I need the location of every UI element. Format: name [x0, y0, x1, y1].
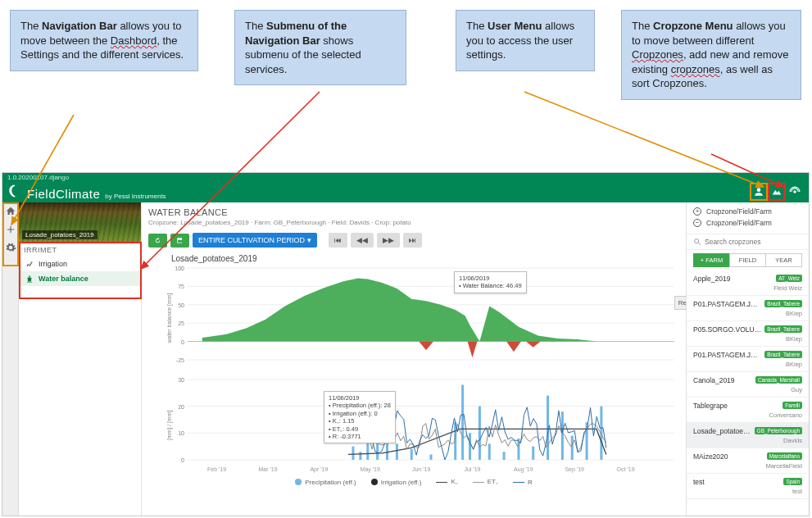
- skip-back-icon: ⏮: [334, 236, 342, 244]
- header-extra-button[interactable]: [786, 183, 804, 201]
- nav-prev-button[interactable]: ◀◀: [351, 233, 374, 248]
- svg-rect-40: [488, 443, 491, 460]
- cropzone-search-input[interactable]: [705, 238, 802, 246]
- svg-rect-45: [561, 411, 564, 460]
- svg-text:May '19: May '19: [361, 466, 380, 473]
- svg-rect-33: [396, 443, 398, 460]
- svg-point-4: [793, 190, 796, 193]
- cropzone-list-item[interactable]: P01.PASTAGEM.JAN.19Brazil_TabereBKiep: [687, 296, 809, 321]
- search-icon: [693, 238, 701, 246]
- header-bar: FieldClimate by Pessl Instruments: [2, 181, 809, 202]
- cz-tab-field[interactable]: FIELD: [729, 253, 766, 267]
- cropzone-search[interactable]: [687, 234, 809, 250]
- svg-rect-29: [359, 452, 361, 460]
- svg-text:75: 75: [178, 284, 184, 289]
- svg-text:[mm] / [mm]: [mm] / [mm]: [166, 410, 173, 440]
- svg-rect-46: [571, 436, 574, 460]
- cropzone-list-item[interactable]: Apple_2019AT_WeizField Weiz: [687, 270, 809, 296]
- plot-title: Losade_potatoes_2019: [171, 254, 679, 263]
- svg-text:30: 30: [178, 377, 184, 383]
- chart-water-balance[interactable]: -250255075100water balance [mm] 11/06/20…: [163, 265, 676, 371]
- svg-text:Oct '19: Oct '19: [617, 466, 635, 472]
- svg-text:Sep '19: Sep '19: [565, 466, 584, 473]
- svg-text:Apr '19: Apr '19: [310, 466, 328, 473]
- cropzone-list-item[interactable]: Canola_2019Canada_MarshallGuy: [687, 372, 809, 398]
- app-window: 1.0.20200107.django FieldClimate by Pess…: [2, 172, 810, 516]
- svg-text:Jul '19: Jul '19: [464, 466, 480, 472]
- svg-rect-34: [411, 449, 413, 460]
- field-thumbnail[interactable]: Losade_potatoes_2019: [19, 202, 141, 242]
- cropzone-remove-row[interactable]: − Cropzone/Field/Farm: [693, 219, 802, 227]
- svg-text:0: 0: [181, 339, 184, 345]
- leaf-icon: [7, 184, 22, 198]
- cropzone-sort-tabs: + FARM FIELD YEAR: [687, 250, 809, 270]
- svg-text:Feb '19: Feb '19: [207, 466, 226, 472]
- nav-last-button[interactable]: ⏭: [403, 233, 422, 248]
- header-icons: [750, 183, 804, 201]
- nav-next-button[interactable]: ▶▶: [377, 233, 400, 248]
- svg-rect-38: [469, 433, 471, 460]
- cropzone-list-item[interactable]: MAize2020MarcelalfanoMarcellaField: [687, 448, 809, 474]
- cropzone-list-item[interactable]: testSpaintest: [687, 474, 809, 499]
- cropzone-list-item[interactable]: TablegrapeFarelliConversano: [687, 398, 809, 423]
- svg-rect-37: [461, 385, 464, 460]
- brand-byline: by Pessl Instruments: [105, 193, 166, 200]
- cropzone-panel: + Cropzone/Field/Farm − Cropzone/Field/F…: [686, 202, 809, 516]
- cropzone-menu-button[interactable]: [768, 183, 786, 201]
- period-dropdown[interactable]: ENTIRE CULTIVATION PERIOD ▾: [193, 233, 317, 248]
- svg-line-59: [698, 243, 701, 245]
- cropzone-add-row[interactable]: + Cropzone/Field/Farm: [693, 207, 802, 216]
- svg-rect-28: [352, 447, 354, 460]
- svg-text:Mar '19: Mar '19: [258, 466, 277, 472]
- plus-circle-icon: +: [693, 207, 701, 216]
- callout-navigation-bar: The Navigation Bar allows you to move be…: [10, 10, 198, 71]
- svg-text:Jun '19: Jun '19: [412, 466, 430, 472]
- chart-precip-et[interactable]: 0102030[mm] / [mm]Feb '19Mar '19Apr '19M…: [163, 376, 676, 475]
- svg-text:25: 25: [178, 320, 184, 326]
- svg-text:50: 50: [178, 302, 184, 308]
- svg-text:Aug '19: Aug '19: [514, 466, 533, 473]
- title-block: WATER BALANCE Cropzone: Losade_potatoes_…: [148, 207, 679, 226]
- cropzone-list[interactable]: Apple_2019AT_WeizField WeizP01.PASTAGEM.…: [687, 270, 809, 516]
- chart-legend: Precipitation (eff.) Irrigation (eff.) K…: [148, 478, 679, 486]
- highlight-submenu: [19, 242, 142, 299]
- svg-text:water balance [mm]: water balance [mm]: [166, 293, 173, 343]
- cropzone-list-item[interactable]: P01.PASTAGEM.JAN.19Brazil_TabereBKiep: [687, 347, 809, 372]
- user-menu-button[interactable]: [750, 183, 768, 201]
- skip-forward-icon: ⏭: [409, 236, 416, 244]
- cz-tab-farm[interactable]: + FARM: [693, 253, 730, 267]
- brand-name: FieldClimate: [27, 187, 100, 201]
- svg-text:20: 20: [178, 404, 184, 410]
- refresh-button[interactable]: [148, 234, 167, 248]
- calendar-icon: [176, 237, 184, 244]
- callout-submenu: The Submenu of the Navigation Bar shows …: [234, 10, 406, 85]
- minus-circle-icon: −: [693, 219, 701, 227]
- svg-rect-41: [503, 452, 506, 460]
- svg-text:10: 10: [178, 430, 184, 436]
- highlight-nav-rail: [2, 202, 19, 266]
- breadcrumb: Cropzone: Losade_potatoes_2019 · Farm: G…: [148, 219, 679, 226]
- svg-text:0: 0: [181, 457, 184, 463]
- forward-icon: ▶▶: [383, 236, 394, 244]
- field-icon: [771, 186, 783, 198]
- nav-first-button[interactable]: ⏮: [329, 233, 347, 248]
- chevron-down-icon: ▾: [307, 236, 311, 244]
- reset-zoom-button[interactable]: Re: [674, 296, 686, 310]
- calendar-button[interactable]: [170, 234, 189, 248]
- broadcast-icon: [789, 186, 801, 198]
- chart-toolbar: ENTIRE CULTIVATION PERIOD ▾ ⏮ ◀◀ ▶▶ ⏭: [148, 233, 679, 248]
- callout-cropzone-menu: The Cropzone Menu allows you to move bet…: [621, 10, 801, 100]
- field-thumbnail-label: Losade_potatoes_2019: [22, 230, 98, 239]
- svg-rect-39: [479, 407, 481, 460]
- version-bar: 1.0.20200107.django: [2, 173, 809, 181]
- user-icon: [753, 186, 764, 198]
- refresh-icon: [154, 237, 161, 244]
- main-content: WATER BALANCE Cropzone: Losade_potatoes_…: [142, 202, 686, 516]
- chart2-tooltip: 11/06/2019 • Precipitation (eff.): 28 • …: [324, 391, 396, 443]
- page-title: WATER BALANCE: [148, 207, 679, 217]
- svg-rect-35: [430, 454, 433, 460]
- cropzone-list-item[interactable]: Losade_potatoes_20…GB_PeterboroughDavids: [687, 423, 809, 448]
- cz-tab-year[interactable]: YEAR: [765, 253, 802, 267]
- cropzone-list-item[interactable]: P05.SORGO.VOLUMAX…Brazil_TabereBKiep: [687, 321, 809, 347]
- callout-user-menu: The User Menu allows you to access the u…: [456, 10, 595, 71]
